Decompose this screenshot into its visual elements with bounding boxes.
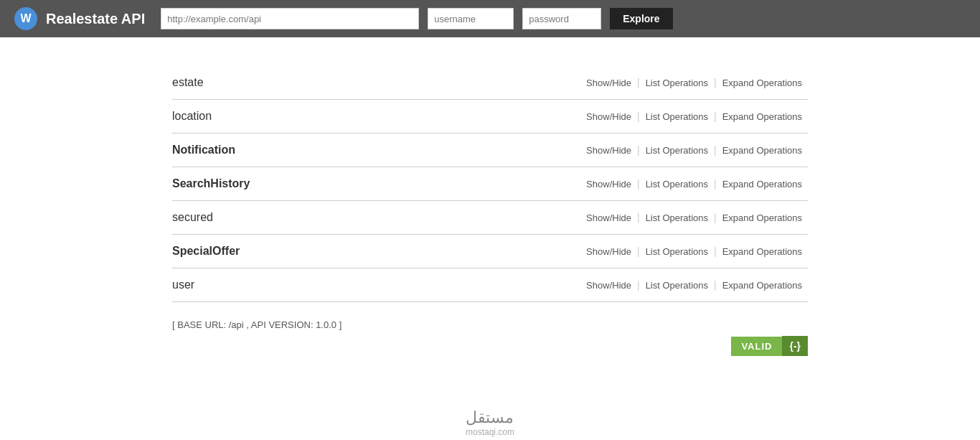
resource-actions-searchhistory: Show/Hide | List Operations | Expand Ope… [580, 178, 808, 189]
resource-name-user: user [172, 278, 194, 291]
valid-icon: {-} [782, 336, 808, 356]
resource-row-searchhistory: SearchHistoryShow/Hide | List Operations… [172, 167, 808, 201]
list-operations-link-location[interactable]: List Operations [640, 111, 714, 122]
show-hide-link-user[interactable]: Show/Hide [580, 280, 637, 291]
resource-list: estateShow/Hide | List Operations | Expa… [172, 66, 808, 302]
show-hide-link-secured[interactable]: Show/Hide [580, 212, 637, 223]
logo-icon: W [14, 7, 37, 30]
resource-actions-secured: Show/Hide | List Operations | Expand Ope… [580, 212, 808, 223]
api-url-input[interactable] [161, 8, 419, 29]
show-hide-link-specialoffer[interactable]: Show/Hide [580, 246, 637, 257]
valid-label: VALID [731, 337, 782, 356]
expand-operations-link-secured[interactable]: Expand Operations [717, 212, 808, 223]
valid-badge: VALID {-} [731, 336, 808, 356]
resource-name-searchhistory: SearchHistory [172, 177, 250, 190]
list-operations-link-specialoffer[interactable]: List Operations [640, 246, 714, 257]
footer: مستقل mostaqi.com [0, 403, 980, 440]
expand-operations-link-user[interactable]: Expand Operations [717, 280, 808, 291]
list-operations-link-searchhistory[interactable]: List Operations [640, 179, 714, 189]
resource-actions-specialoffer: Show/Hide | List Operations | Expand Ope… [580, 245, 808, 257]
resource-actions-notification: Show/Hide | List Operations | Expand Ope… [580, 144, 808, 156]
expand-operations-link-notification[interactable]: Expand Operations [717, 145, 808, 156]
show-hide-link-location[interactable]: Show/Hide [580, 111, 637, 122]
resource-row-specialoffer: SpecialOfferShow/Hide | List Operations … [172, 235, 808, 268]
expand-operations-link-specialoffer[interactable]: Expand Operations [717, 246, 808, 257]
app-title: Realestate API [46, 11, 145, 27]
list-operations-link-user[interactable]: List Operations [640, 280, 714, 291]
show-hide-link-estate[interactable]: Show/Hide [580, 78, 637, 88]
explore-button[interactable]: Explore [610, 8, 672, 29]
header: W Realestate API Explore [0, 0, 980, 37]
expand-operations-link-searchhistory[interactable]: Expand Operations [717, 179, 808, 189]
resource-actions-location: Show/Hide | List Operations | Expand Ope… [580, 111, 808, 122]
show-hide-link-searchhistory[interactable]: Show/Hide [580, 179, 637, 189]
resource-actions-estate: Show/Hide | List Operations | Expand Ope… [580, 77, 808, 88]
username-input[interactable] [428, 8, 514, 29]
resource-row-estate: estateShow/Hide | List Operations | Expa… [172, 66, 808, 100]
list-operations-link-estate[interactable]: List Operations [640, 78, 714, 88]
expand-operations-link-location[interactable]: Expand Operations [717, 111, 808, 122]
resource-name-notification: Notification [172, 144, 235, 156]
logo-letter: W [20, 12, 31, 25]
expand-operations-link-estate[interactable]: Expand Operations [717, 78, 808, 88]
resource-row-notification: NotificationShow/Hide | List Operations … [172, 134, 808, 167]
resource-name-specialoffer: SpecialOffer [172, 245, 240, 258]
resource-row-user: userShow/Hide | List Operations | Expand… [172, 268, 808, 302]
footer-logo: مستقل [466, 408, 514, 427]
footer-domain: mostaqi.com [466, 427, 514, 437]
resource-row-location: locationShow/Hide | List Operations | Ex… [172, 100, 808, 134]
valid-area: VALID {-} [172, 336, 808, 356]
resource-name-estate: estate [172, 76, 204, 89]
resource-row-secured: securedShow/Hide | List Operations | Exp… [172, 201, 808, 235]
list-operations-link-secured[interactable]: List Operations [640, 212, 714, 223]
resource-name-secured: secured [172, 211, 213, 224]
base-url-text: [ BASE URL: /api , API VERSION: 1.0.0 ] [172, 319, 808, 330]
show-hide-link-notification[interactable]: Show/Hide [580, 145, 637, 156]
password-input[interactable] [522, 8, 601, 29]
resource-name-location: location [172, 110, 212, 123]
list-operations-link-notification[interactable]: List Operations [640, 145, 714, 156]
main-content: estateShow/Hide | List Operations | Expa… [0, 37, 980, 385]
resource-actions-user: Show/Hide | List Operations | Expand Ope… [580, 279, 808, 291]
